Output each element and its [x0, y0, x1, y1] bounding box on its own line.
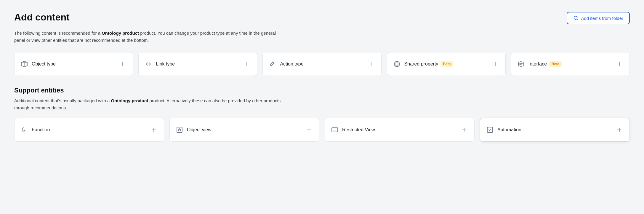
cube-icon — [20, 60, 28, 68]
card-label-restricted-view: Restricted View — [342, 127, 375, 132]
arrows-icon — [145, 60, 152, 68]
support-description: Additional content that's usually packag… — [14, 97, 281, 111]
main-description: The following content is recommended for… — [14, 30, 281, 44]
card-object-view[interactable]: Object view — [169, 118, 319, 142]
add-shared-property-button[interactable] — [491, 60, 499, 68]
add-object-type-button[interactable] — [118, 60, 127, 68]
add-restricted-view-button[interactable] — [460, 126, 468, 134]
pencil-icon — [269, 60, 276, 68]
add-action-type-button[interactable] — [367, 60, 375, 68]
card-label-interface: InterfaceBeta — [528, 61, 562, 67]
add-object-view-button[interactable] — [305, 126, 313, 134]
main-cards-row: Object type Link type Action type Shared… — [14, 52, 630, 76]
card-label-action-type: Action type — [280, 61, 303, 67]
add-automation-button[interactable] — [615, 126, 624, 134]
add-function-button[interactable] — [150, 126, 158, 134]
card-object-type[interactable]: Object type — [14, 52, 133, 76]
card-label-link-type: Link type — [156, 61, 175, 67]
search-icon — [573, 15, 579, 21]
svg-rect-24 — [332, 128, 338, 132]
svg-line-1 — [577, 19, 578, 20]
card-label-shared-property: Shared propertyBeta — [404, 61, 453, 67]
card-action-type[interactable]: Action type — [262, 52, 381, 76]
card-interface[interactable]: InterfaceBeta — [511, 52, 630, 76]
card-shared-property[interactable]: Shared propertyBeta — [387, 52, 506, 76]
add-items-label: Add items from folder — [581, 16, 623, 21]
card-restricted-view[interactable]: Restricted View — [325, 118, 475, 142]
interface-icon — [517, 60, 525, 68]
restricted-view-icon — [331, 126, 339, 134]
svg-rect-12 — [518, 62, 524, 66]
card-function[interactable]: fx Function — [14, 118, 164, 142]
card-link-type[interactable]: Link type — [138, 52, 257, 76]
support-section-title: Support entities — [14, 87, 630, 94]
card-automation[interactable]: Automation — [480, 118, 630, 142]
support-cards-row: fx Function Object view Restricted View … — [14, 118, 630, 142]
add-items-from-folder-button[interactable]: Add items from folder — [567, 12, 630, 24]
svg-text:fx: fx — [22, 127, 25, 133]
automation-icon — [486, 126, 494, 134]
support-section: Support entities Additional content that… — [14, 87, 630, 142]
add-link-type-button[interactable] — [243, 60, 251, 68]
svg-point-21 — [179, 130, 180, 130]
page-title: Add content — [14, 12, 70, 23]
card-label-function: Function — [32, 127, 50, 132]
card-label-object-view: Object view — [187, 127, 212, 132]
badge-shared-property: Beta — [440, 61, 453, 67]
globe-icon — [393, 60, 401, 68]
card-label-object-type: Object type — [32, 61, 56, 67]
object-view-icon — [176, 126, 183, 134]
badge-interface: Beta — [549, 61, 562, 67]
add-interface-button[interactable] — [615, 60, 624, 68]
card-label-automation: Automation — [497, 127, 521, 132]
function-icon: fx — [20, 126, 28, 134]
